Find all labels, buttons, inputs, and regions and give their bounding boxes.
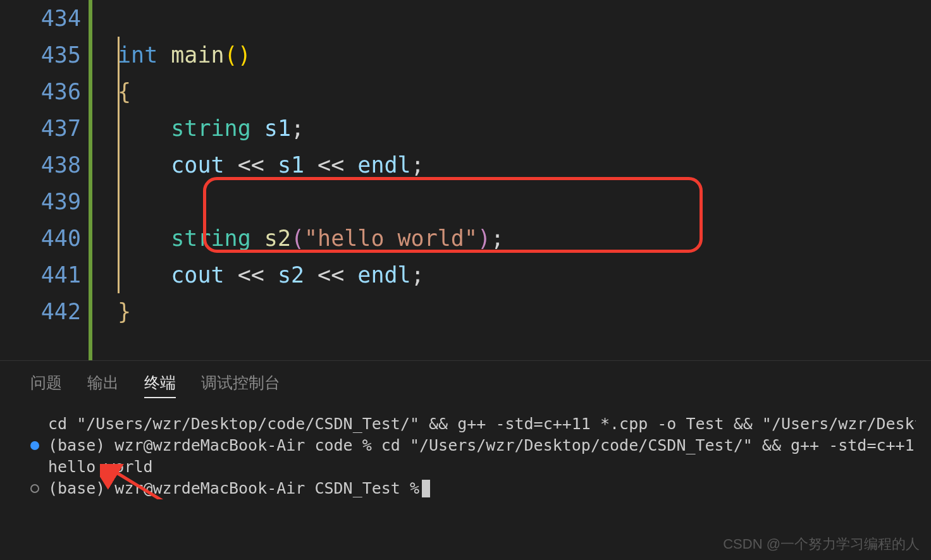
indent [118, 116, 171, 141]
paren-open: ( [225, 42, 238, 68]
terminal-text: (base) wzr@wzrdeMacBook-Air code % cd "/… [48, 435, 916, 456]
line-number: 441 [0, 257, 81, 293]
cout: cout [171, 262, 224, 288]
paren-close: ) [478, 226, 491, 251]
terminal-text: hello world [48, 456, 153, 478]
indent [118, 226, 171, 251]
line-number: 442 [0, 293, 81, 330]
code-area[interactable]: int main() { string s1; cout << s1 << en… [92, 0, 931, 360]
terminal-line: hello world [30, 456, 916, 478]
terminal-text: cd "/Users/wzr/Desktop/code/CSDN_Test/" … [48, 413, 916, 435]
code-line-436: { [118, 73, 931, 110]
bullet-hollow-icon [30, 484, 39, 493]
watermark-text: CSDN @一个努力学习编程的人 [723, 535, 920, 554]
semicolon: ; [491, 226, 504, 251]
terminal-output[interactable]: cd "/Users/wzr/Desktop/code/CSDN_Test/" … [30, 413, 916, 499]
op-ltlt: << [304, 262, 357, 288]
op-ltlt: << [225, 152, 278, 178]
line-number: 435 [0, 37, 81, 73]
line-number: 439 [0, 183, 81, 220]
line-number: 437 [0, 110, 81, 147]
cursor-icon [422, 480, 430, 497]
tab-terminal[interactable]: 终端 [144, 372, 176, 398]
endl: endl [357, 152, 410, 178]
paren-open: ( [291, 226, 304, 251]
code-line-434 [118, 0, 931, 37]
panel-tabs: 问题 输出 终端 调试控制台 [30, 372, 916, 398]
indent [118, 262, 171, 288]
terminal-line: cd "/Users/wzr/Desktop/code/CSDN_Test/" … [30, 413, 916, 435]
function-main: main [171, 42, 224, 68]
cout: cout [171, 152, 224, 178]
var-s1: s1 [264, 116, 291, 141]
code-line-439 [118, 183, 931, 220]
type-string: string [171, 116, 250, 141]
string-literal: "hello world" [304, 226, 478, 251]
tab-problems[interactable]: 问题 [30, 372, 62, 398]
line-number: 438 [0, 147, 81, 183]
var-s2-ctor: s2 [264, 226, 291, 251]
code-editor: 434 435 436 437 438 439 440 441 442 int … [0, 0, 931, 360]
brace-close: } [118, 299, 131, 324]
code-line-438: cout << s1 << endl; [118, 147, 931, 183]
code-line-442: } [118, 293, 931, 330]
code-line-435: int main() [118, 37, 931, 73]
bullet-filled-icon [30, 441, 39, 450]
tab-debug-console[interactable]: 调试控制台 [201, 372, 280, 398]
line-number-gutter: 434 435 436 437 438 439 440 441 442 [0, 0, 89, 360]
line-number: 436 [0, 73, 81, 110]
var-s1: s1 [278, 152, 304, 178]
bottom-panel: 问题 输出 终端 调试控制台 cd "/Users/wzr/Desktop/co… [0, 360, 931, 560]
op-ltlt: << [304, 152, 357, 178]
var-s2: s2 [278, 262, 304, 288]
keyword-int: int [118, 42, 157, 68]
line-number: 434 [0, 0, 81, 37]
type-string: string [171, 226, 250, 251]
code-line-437: string s1; [118, 110, 931, 147]
semicolon: ; [411, 262, 424, 288]
line-number: 440 [0, 220, 81, 257]
semicolon: ; [411, 152, 424, 178]
indent [118, 152, 171, 178]
terminal-line: (base) wzr@wzrdeMacBook-Air code % cd "/… [30, 435, 916, 456]
paren-close: ) [238, 42, 251, 68]
terminal-prompt: (base) wzr@wzrdeMacBook-Air CSDN_Test % [48, 478, 419, 499]
tab-output[interactable]: 输出 [87, 372, 119, 398]
op-ltlt: << [225, 262, 278, 288]
terminal-prompt-line: (base) wzr@wzrdeMacBook-Air CSDN_Test % [30, 478, 916, 499]
endl: endl [357, 262, 410, 288]
code-line-441: cout << s2 << endl; [118, 257, 931, 293]
code-line-440: string s2("hello world"); [118, 220, 931, 257]
brace-open: { [118, 79, 131, 104]
semicolon: ; [291, 116, 304, 141]
